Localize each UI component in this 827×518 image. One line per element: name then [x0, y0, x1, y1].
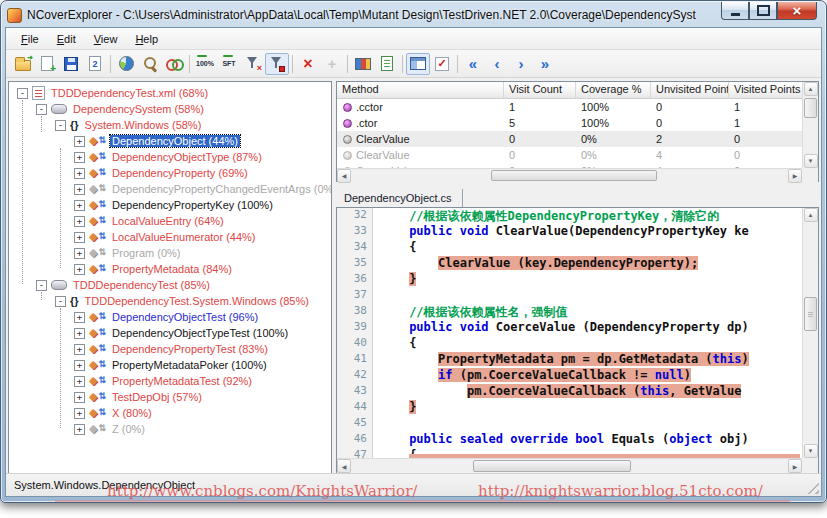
- expander-icon[interactable]: -: [17, 88, 28, 99]
- add-button[interactable]: +: [320, 53, 344, 75]
- scroll-down-icon[interactable]: ▼: [804, 154, 818, 168]
- html-report-button[interactable]: [375, 53, 399, 75]
- expander-icon[interactable]: +: [74, 424, 85, 435]
- method-table-hscrollbar[interactable]: ◀ ▶: [337, 168, 802, 182]
- expander-icon[interactable]: +: [74, 168, 85, 179]
- scroll-left-icon[interactable]: ◀: [337, 459, 351, 473]
- tree-item[interactable]: +LocalValueEnumerator (44%): [9, 229, 331, 245]
- new-report-button[interactable]: [35, 53, 59, 75]
- options-button[interactable]: ✓: [430, 53, 454, 75]
- expander-icon[interactable]: -: [36, 280, 47, 291]
- source-hscrollbar[interactable]: ◀ ▶: [337, 458, 802, 473]
- tree-item[interactable]: +DependencyObjectType (87%): [9, 149, 331, 165]
- tree-item[interactable]: +X (80%): [9, 405, 331, 421]
- expander-icon[interactable]: +: [74, 392, 85, 403]
- chart-report-button[interactable]: [351, 53, 375, 75]
- expander-icon[interactable]: +: [74, 376, 85, 387]
- expander-icon[interactable]: -: [36, 104, 47, 115]
- menu-view[interactable]: View: [85, 30, 127, 48]
- close-button[interactable]: [777, 2, 817, 20]
- tree-item[interactable]: +DependencyPropertyTest (83%): [9, 341, 331, 357]
- tree-item[interactable]: +DependencyPropertyChangedEventArgs (0%): [9, 181, 331, 197]
- table-row[interactable]: .ctor5100%01: [337, 115, 802, 131]
- scroll-right-icon[interactable]: ▶: [788, 459, 802, 473]
- scroll-left-icon[interactable]: ◀: [337, 169, 351, 183]
- tree-item[interactable]: +TestDepObj (57%): [9, 389, 331, 405]
- tree-item[interactable]: +Z (0%): [9, 421, 331, 437]
- scroll-thumb[interactable]: [473, 460, 630, 472]
- compare-runs-button[interactable]: [162, 53, 186, 75]
- expander-icon[interactable]: +: [74, 136, 85, 147]
- table-row[interactable]: CoerceValue00%40: [337, 163, 802, 168]
- nav-first-button[interactable]: «: [461, 53, 485, 75]
- nav-prev-button[interactable]: ‹: [485, 53, 509, 75]
- tree-item[interactable]: -TDDDependencyTest (85%): [9, 277, 331, 293]
- expander-icon[interactable]: +: [74, 264, 85, 275]
- expander-icon[interactable]: +: [74, 152, 85, 163]
- expander-icon[interactable]: +: [74, 344, 85, 355]
- expander-icon[interactable]: -: [55, 296, 66, 307]
- zoom-coverage-button[interactable]: [138, 53, 162, 75]
- table-row[interactable]: ClearValue00%20: [337, 131, 802, 147]
- tree-item[interactable]: +LocalValueEntry (64%): [9, 213, 331, 229]
- scroll-thumb[interactable]: [804, 98, 817, 118]
- tree-item[interactable]: +DependencyPropertyKey (100%): [9, 197, 331, 213]
- reload-report-button[interactable]: 2: [83, 53, 107, 75]
- tree-item[interactable]: +PropertyMetadataTest (92%): [9, 373, 331, 389]
- scroll-thumb[interactable]: [491, 170, 657, 181]
- column-header-visited-points[interactable]: Visited Points: [729, 82, 802, 99]
- filter-100-button[interactable]: 100%: [193, 53, 217, 75]
- expander-icon[interactable]: +: [74, 360, 85, 371]
- column-header-method[interactable]: Method: [337, 82, 504, 99]
- filter-sft-button[interactable]: SFT: [217, 53, 241, 75]
- expander-icon[interactable]: +: [74, 408, 85, 419]
- tab-dependencyobject-cs[interactable]: DependencyObject.cs: [336, 189, 463, 207]
- source-vscrollbar[interactable]: ▲ ▼: [802, 208, 818, 458]
- expander-icon[interactable]: +: [74, 216, 85, 227]
- expander-icon[interactable]: +: [74, 328, 85, 339]
- resize-grip-icon[interactable]: [806, 481, 819, 494]
- column-header-visit-count[interactable]: Visit Count: [504, 82, 576, 99]
- expander-icon[interactable]: -: [55, 120, 66, 131]
- tree-item[interactable]: +DependencyObjectTest (96%): [9, 309, 331, 325]
- nav-next-button[interactable]: ›: [509, 53, 533, 75]
- tree-item[interactable]: -TDDDependencyTest.xml (68%): [9, 85, 331, 101]
- expander-icon[interactable]: +: [74, 312, 85, 323]
- tree-item[interactable]: +DependencyObjectTypeTest (100%): [9, 325, 331, 341]
- scroll-down-icon[interactable]: ▼: [804, 444, 818, 458]
- expander-icon[interactable]: +: [74, 248, 85, 259]
- expander-icon[interactable]: +: [74, 200, 85, 211]
- minimize-button[interactable]: [721, 2, 749, 20]
- toggle-source-panel-button[interactable]: [406, 53, 430, 75]
- tree-item[interactable]: -{}System.Windows (58%): [9, 117, 331, 133]
- tree-item[interactable]: +DependencyProperty (69%): [9, 165, 331, 181]
- column-header-coverage-[interactable]: Coverage %: [576, 82, 651, 99]
- scroll-up-icon[interactable]: ▲: [804, 208, 818, 222]
- nav-last-button[interactable]: »: [533, 53, 557, 75]
- open-file-button[interactable]: [11, 53, 35, 75]
- menu-edit[interactable]: Edit: [48, 30, 85, 48]
- maximize-button[interactable]: [749, 2, 777, 20]
- scroll-up-icon[interactable]: ▲: [804, 82, 818, 96]
- expander-icon[interactable]: +: [74, 184, 85, 195]
- menu-help[interactable]: Help: [126, 30, 167, 48]
- table-row[interactable]: .cctor1100%01: [337, 99, 802, 115]
- table-row[interactable]: ClearValue00%40: [337, 147, 802, 163]
- tree-item[interactable]: -{}TDDDependencyTest.System.Windows (85%…: [9, 293, 331, 309]
- tree-item[interactable]: +PropertyMetadataPoker (100%): [9, 357, 331, 373]
- expander-icon[interactable]: +: [74, 232, 85, 243]
- method-table-vscrollbar[interactable]: ▲ ▼: [802, 82, 818, 168]
- tree-item[interactable]: +PropertyMetadata (84%): [9, 261, 331, 277]
- scroll-right-icon[interactable]: ▶: [788, 169, 802, 183]
- coverage-pie-button[interactable]: [114, 53, 138, 75]
- column-header-unvisited-points[interactable]: Unvisited Points: [651, 82, 729, 99]
- filter-highlight-button[interactable]: [265, 53, 289, 75]
- tree-item[interactable]: +Program (0%): [9, 245, 331, 261]
- tree-item[interactable]: +DependencyObject (44%): [9, 133, 331, 149]
- scroll-thumb[interactable]: [804, 297, 817, 331]
- menu-file[interactable]: File: [12, 30, 48, 48]
- filter-clear-button[interactable]: ×: [241, 53, 265, 75]
- delete-button[interactable]: ×: [296, 53, 320, 75]
- tree-item[interactable]: -DependencySystem (58%): [9, 101, 331, 117]
- save-report-button[interactable]: [59, 53, 83, 75]
